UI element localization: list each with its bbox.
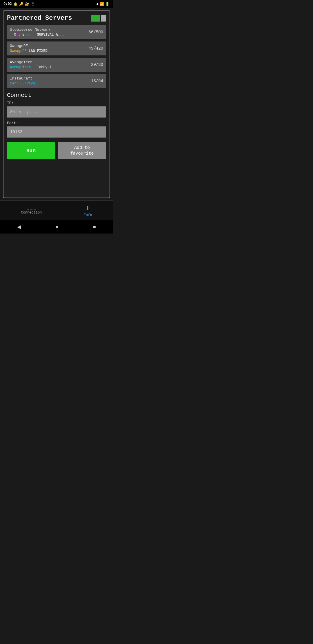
toggle-container[interactable] [91,15,106,22]
port-input[interactable] [7,126,106,138]
server-card-avengetech[interactable]: AvengeTech AvengeTech – lobby-1 29/30 [7,58,106,72]
server-card-ownagepe[interactable]: OwnagePE OwnagePE LAG FIXED 49/420 [7,41,106,55]
connect-section-title: Connect [7,92,106,99]
wifi-icon: ▲ [97,2,99,6]
toggle-green[interactable] [91,15,100,22]
back-button[interactable]: ◀ [17,224,21,230]
server-card-instacraft[interactable]: InstaCraft 24/7 Survival 13/64 [7,74,106,88]
toggle-gray[interactable] [101,15,106,22]
server-players-ownagepe: 49/420 [89,46,103,51]
nav-item-connection[interactable]: Connection [12,207,50,216]
status-indicators: ▲ 📶 🔋 [97,2,110,6]
port-label: Port: [7,121,106,125]
server-motd-instacraft: 24/7 Survival [10,82,88,86]
server-name-avengetech: AvengeTech [10,60,88,64]
server-name-utopiverse: Utopiverse Network [10,28,86,32]
home-button[interactable]: ● [55,224,59,230]
server-players-instacraft: 13/64 [91,79,103,83]
page-title: Partnered Servers [7,15,72,22]
favourite-button[interactable]: Add tofavourite [58,142,106,159]
run-button[interactable]: Run [7,142,55,159]
signal-icon: 📶 [100,2,104,6]
server-info-utopiverse: Utopiverse Network UTOPIVERSE SURVIVAL A… [10,28,86,37]
server-players-avengetech: 29/30 [91,62,103,67]
vpn-icon: 🔐 [25,2,29,6]
server-motd-utopiverse: UTOPIVERSE SURVIVAL A... [10,33,86,37]
info-icon: ℹ [87,205,89,212]
key-icon: 🔑 [19,2,23,6]
status-time: 9:02 [3,2,12,6]
connection-icon [27,208,36,209]
battery-icon: 🔋 [105,2,110,6]
server-players-utopiverse: 66/500 [89,30,103,35]
server-name-instacraft: InstaCraft [10,76,88,81]
nav-label-info: Info [84,213,92,217]
nav-label-connection: Connection [21,211,42,215]
ip-label: IP: [7,101,106,105]
server-motd-avengetech: AvengeTech – lobby-1 [10,65,88,69]
server-motd-ownagepe: OwnagePE LAG FIXED [10,49,86,53]
bottom-nav: Connection ℹ Info [0,200,113,220]
server-info-ownagepe: OwnagePE OwnagePE LAG FIXED [10,44,86,53]
main-container: Partnered Servers Utopiverse Network UTO… [3,10,110,198]
button-row: Run Add tofavourite [7,142,106,159]
server-info-avengetech: AvengeTech AvengeTech – lobby-1 [10,60,88,69]
status-bar: 9:02 🔔 🔑 🔐 📱 ▲ 📶 🔋 [0,0,113,8]
notification-icon: 🔔 [13,2,18,6]
ip-input[interactable] [7,106,106,117]
system-nav: ◀ ● ■ [0,220,113,234]
sim-icon: 📱 [31,2,35,6]
nav-item-info[interactable]: ℹ Info [75,204,101,218]
recent-button[interactable]: ■ [93,224,96,230]
server-name-ownagepe: OwnagePE [10,44,86,48]
header-row: Partnered Servers [7,15,106,22]
server-card-utopiverse[interactable]: Utopiverse Network UTOPIVERSE SURVIVAL A… [7,25,106,39]
server-info-instacraft: InstaCraft 24/7 Survival [10,76,88,86]
